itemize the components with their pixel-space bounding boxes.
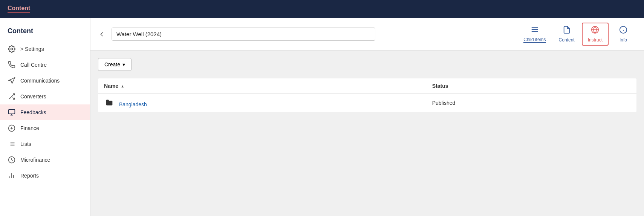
call-centre-icon	[8, 61, 16, 69]
sidebar-item-call-centre[interactable]: Call Centre	[0, 57, 90, 73]
tab-content-label: Content	[559, 37, 575, 43]
sidebar-item-microfinance[interactable]: Microfinance	[0, 152, 90, 168]
sort-icon-name: ▲	[121, 84, 124, 88]
back-button[interactable]	[98, 31, 106, 38]
info-icon	[619, 26, 627, 36]
child-items-icon	[531, 25, 539, 35]
svg-point-0	[11, 48, 13, 50]
instruct-icon	[591, 26, 599, 36]
finance-icon	[8, 124, 16, 132]
tab-instruct[interactable]: Instruct	[582, 23, 609, 46]
sidebar-item-settings[interactable]: > Settings	[0, 41, 90, 57]
sidebar-item-converters[interactable]: Converters	[0, 89, 90, 104]
create-button[interactable]: Create ▾	[98, 58, 132, 71]
sidebar-item-label-lists: Lists	[20, 141, 31, 147]
microfinance-icon	[8, 156, 16, 164]
title-input[interactable]	[112, 28, 375, 41]
main-content: Child items Content Instruct	[90, 18, 644, 216]
sidebar-item-label-microfinance: Microfinance	[20, 157, 50, 163]
sidebar-item-lists[interactable]: Lists	[0, 136, 90, 152]
sidebar-item-feedbacks[interactable]: Feedbacks	[0, 104, 90, 120]
tab-info[interactable]: Info	[610, 23, 636, 45]
sidebar-item-label-reports: Reports	[20, 173, 39, 179]
content-area: Create ▾ Name ▲ Status	[90, 51, 644, 216]
sidebar-item-label-finance: Finance	[20, 125, 39, 131]
app-header: Content	[0, 0, 644, 18]
create-dropdown-icon: ▾	[122, 61, 125, 67]
sidebar-item-label-converters: Converters	[20, 93, 46, 100]
reports-icon	[8, 172, 16, 180]
lists-icon	[8, 140, 16, 148]
tab-info-label: Info	[620, 37, 627, 43]
tab-child-items[interactable]: Child items	[518, 23, 551, 46]
content-icon	[563, 26, 571, 36]
feedbacks-icon	[8, 108, 16, 116]
folder-icon	[104, 98, 115, 107]
table-cell-status: Published	[426, 94, 636, 112]
app-header-title: Content	[8, 5, 30, 13]
data-table: Name ▲ Status	[98, 78, 636, 112]
column-header-status: Status	[426, 78, 636, 94]
create-button-label: Create	[104, 61, 120, 67]
tab-instruct-label: Instruct	[588, 37, 603, 43]
sidebar-item-label-call-centre: Call Centre	[20, 62, 47, 68]
converters-icon	[8, 92, 16, 101]
svg-marker-1	[9, 78, 15, 84]
top-bar: Child items Content Instruct	[90, 18, 644, 51]
sidebar-item-reports[interactable]: Reports	[0, 168, 90, 184]
svg-rect-4	[9, 110, 15, 114]
sidebar-item-label-settings: > Settings	[20, 46, 44, 52]
settings-icon	[8, 45, 16, 53]
table-row: Bangladesh Published	[98, 94, 636, 112]
communications-icon	[8, 77, 16, 85]
status-published: Published	[432, 100, 456, 106]
sidebar-item-finance[interactable]: Finance	[0, 120, 90, 136]
sidebar-item-label-communications: Communications	[20, 78, 60, 84]
sidebar: Content > Settings Call Centre Communica…	[0, 18, 90, 216]
column-header-name[interactable]: Name ▲	[98, 78, 426, 94]
tab-content[interactable]: Content	[553, 23, 580, 45]
app-body: Content > Settings Call Centre Communica…	[0, 18, 644, 216]
table-cell-name: Bangladesh	[98, 94, 426, 112]
sidebar-heading: Content	[0, 24, 90, 41]
sidebar-item-label-feedbacks: Feedbacks	[20, 109, 46, 115]
tab-child-items-label: Child items	[523, 37, 546, 43]
sidebar-item-communications[interactable]: Communications	[0, 73, 90, 89]
row-name-bangladesh[interactable]: Bangladesh	[119, 101, 147, 107]
tabs: Child items Content Instruct	[518, 23, 636, 46]
